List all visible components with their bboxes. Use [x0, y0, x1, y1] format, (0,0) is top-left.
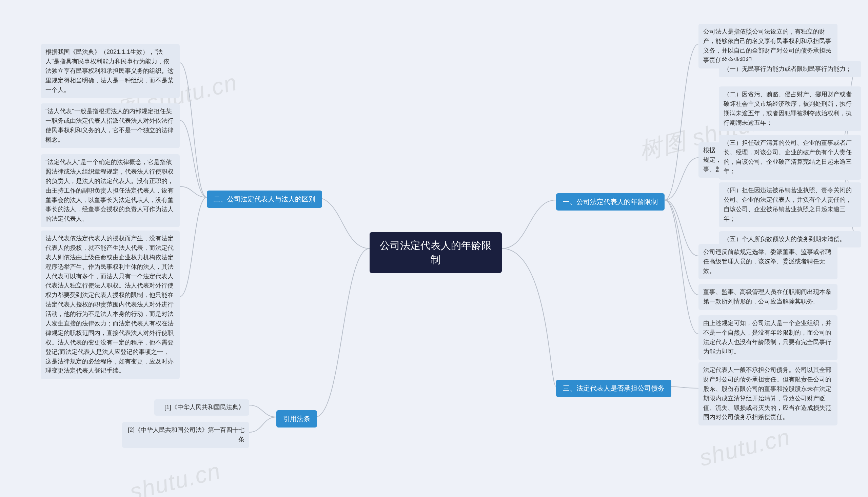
leaf-node[interactable]: （二）因贪污、贿赂、侵占财产、挪用财产或者破坏社会主义市场经济秩序，被判处刑罚，…: [719, 86, 861, 131]
branch-liability[interactable]: 三、法定代表人是否承担公司债务: [556, 380, 671, 397]
leaf-node[interactable]: （三）担任破产清算的公司、企业的董事或者厂长、经理，对该公司、企业的破产负有个人…: [719, 135, 861, 180]
leaf-node[interactable]: "法人代表"一般是指根据法人的内部规定担任某一职务或由法定代表人指派代表法人对外…: [41, 103, 180, 148]
leaf-node[interactable]: 公司违反前款规定选举、委派董事、监事或者聘任高级管理人员的，该选举、委派或者聘任…: [698, 244, 838, 279]
leaf-node[interactable]: 根据我国《民法典》（2021.1.1生效），"法人"是指具有民事权利能力和民事行…: [41, 44, 180, 98]
watermark: shutu.cn: [697, 423, 793, 471]
root-node[interactable]: 公司法定代表人的年龄限制: [370, 232, 502, 273]
leaf-node[interactable]: "法定代表人"是一个确定的法律概念，它是指依照法律或法人组织章程规定，代表法人行…: [41, 154, 180, 227]
leaf-node[interactable]: 法定代表人一般不承担公司债务。公司以其全部财产对公司的债务承担责任。但有限责任公…: [698, 362, 838, 425]
leaf-node[interactable]: （四）担任因违法被吊销营业执照、责令关闭的公司、企业的法定代表人，并负有个人责任…: [719, 182, 861, 227]
branch-citations[interactable]: 引用法条: [276, 410, 317, 427]
leaf-node[interactable]: [2]《中华人民共和国公司法》第一百四十七条: [122, 422, 249, 448]
leaf-node[interactable]: 法人代表依法定代表人的授权而产生，没有法定代表人的授权，就不能产生法人代表，而法…: [41, 230, 180, 379]
leaf-node[interactable]: （五）个人所负数额较大的债务到期未清偿。: [719, 231, 861, 247]
leaf-node[interactable]: （一）无民事行为能力或者限制民事行为能力；: [719, 61, 861, 77]
leaf-node[interactable]: [1]《中华人民共和国民法典》: [154, 399, 249, 416]
branch-difference[interactable]: 二、公司法定代表人与法人的区别: [207, 190, 322, 208]
watermark: shutu.cn: [127, 457, 224, 497]
leaf-node[interactable]: 董事、监事、高级管理人员在任职期间出现本条第一款所列情形的，公司应当解除其职务。: [698, 284, 838, 310]
leaf-node[interactable]: 由上述规定可知，公司法人是一个企业组织，并不是一个自然人，是没有年龄限制的，而公…: [698, 315, 838, 360]
branch-age-limit[interactable]: 一、公司法定代表人的年龄限制: [556, 193, 665, 211]
